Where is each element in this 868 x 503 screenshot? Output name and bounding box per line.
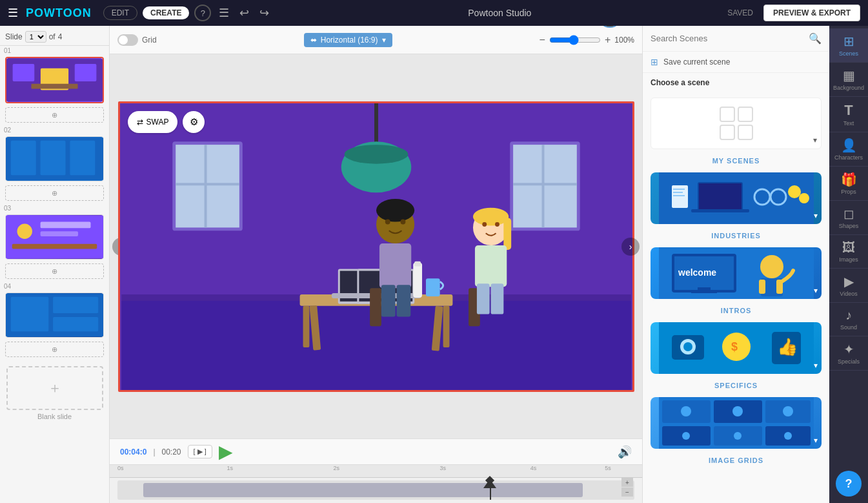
slide-add-btn-1[interactable]: ⊕ [5, 107, 104, 123]
choose-scene-label: Choose a scene [643, 73, 829, 92]
svg-rect-98 [759, 280, 765, 294]
slide-thumb-1[interactable] [5, 57, 104, 103]
svg-point-119 [734, 432, 742, 440]
svg-point-117 [783, 406, 793, 416]
timeline-zoom-out[interactable]: − [621, 488, 633, 497]
help-button[interactable]: ? [194, 5, 211, 21]
image-grids-label: IMAGE GRIDS [643, 454, 829, 469]
slide-add-btn-2[interactable]: ⊕ [5, 185, 104, 201]
scene-category-image-grids[interactable]: ▾ [651, 397, 822, 449]
create-button[interactable]: CREATE [143, 6, 189, 19]
svg-rect-63 [474, 245, 506, 287]
slide-number-select[interactable]: 1234 [25, 31, 46, 43]
slide-number-3: 03 [0, 203, 109, 213]
sound-tool-label: Sound [840, 324, 857, 331]
svg-point-88 [788, 185, 801, 198]
images-tool-icon: 🖼 [842, 240, 855, 255]
tool-characters[interactable]: 👤 Characters [829, 132, 868, 167]
svg-point-116 [732, 406, 743, 416]
save-scene-row[interactable]: ⊞ Save current scene [643, 52, 829, 73]
grid-toggle[interactable]: Grid [117, 34, 157, 46]
tool-images[interactable]: 🖼 Images [829, 235, 868, 269]
zoom-out-button[interactable]: − [540, 34, 545, 46]
slide-label: Slide [5, 32, 23, 41]
timeline-track[interactable] [117, 480, 634, 500]
slide-thumb-3[interactable] [5, 214, 104, 260]
characters-tool-icon: 👤 [841, 138, 857, 153]
canvas-nav-right[interactable]: › [621, 238, 640, 256]
svg-rect-79 [699, 183, 742, 209]
canvas-wrapper: ‹ [110, 54, 642, 438]
tool-props[interactable]: 🎁 Props [829, 167, 868, 201]
shapes-tool-label: Shapes [839, 223, 859, 229]
slide-thumb-2[interactable] [5, 136, 104, 181]
slide-row-3: 03 ⊕ [0, 203, 109, 282]
svg-rect-8 [70, 141, 95, 176]
edit-button[interactable]: EDIT [103, 6, 137, 20]
svg-rect-86 [673, 192, 683, 193]
timeline-zoom-in[interactable]: + [621, 478, 633, 487]
svg-rect-3 [75, 64, 97, 81]
template-icon[interactable]: ☰ [216, 6, 232, 20]
canvas-toolbar: Grid ⬌ Horizontal (16:9) ▾ − + 100% [110, 26, 642, 54]
main-layout: Slide 1234 of 4 01 [0, 26, 868, 503]
slide-add-btn-4[interactable]: ⊕ [5, 342, 104, 357]
slide-number-1: 01 [0, 46, 109, 56]
timeline: 0s 1s 2s 3s 4s 5s ⬜ [110, 464, 642, 503]
zoom-slider[interactable] [549, 35, 601, 45]
svg-rect-4 [31, 84, 77, 89]
play-button[interactable]: ▶ [219, 441, 233, 462]
background-tool-label: Background [833, 85, 864, 91]
svg-rect-74 [738, 107, 752, 121]
redo-icon[interactable]: ↪ [257, 6, 272, 20]
svg-rect-73 [720, 107, 734, 121]
blank-slide-area[interactable]: ＋ Blank slide [0, 360, 109, 427]
specifics-label: SPECIFICS [643, 379, 829, 395]
volume-icon[interactable]: 🔊 [618, 445, 632, 459]
zoom-in-button[interactable]: + [605, 34, 611, 46]
help-circle-button[interactable]: ? [836, 471, 862, 497]
preview-export-button[interactable]: PREVIEW & EXPORT [763, 5, 860, 21]
scenes-search: 🔍 [643, 26, 829, 52]
swap-button[interactable]: ⇄ SWAP [128, 111, 178, 133]
current-time: 00:04:0 [120, 447, 146, 457]
svg-rect-15 [11, 297, 48, 332]
svg-point-67 [495, 222, 500, 227]
slide-thumb-4[interactable] [5, 293, 104, 338]
scene-category-intros[interactable]: welcome ▾ [651, 247, 822, 299]
svg-rect-13 [12, 244, 97, 249]
tool-shapes[interactable]: ◻ Shapes [829, 201, 868, 235]
save-scene-label: Save current scene [663, 57, 730, 67]
tool-scenes[interactable]: ⊞ Scenes [829, 28, 868, 63]
tool-background[interactable]: ▦ Background [829, 63, 868, 97]
svg-point-59 [400, 219, 405, 224]
slide-add-btn-3[interactable]: ⊕ [5, 263, 104, 279]
sound-tool-icon: ♪ [845, 308, 852, 323]
frame-step-button[interactable]: [ ▶ ] [188, 445, 212, 458]
tool-text[interactable]: T Text [829, 97, 868, 132]
svg-rect-27 [541, 145, 544, 227]
timeline-zoom: + − [621, 478, 633, 497]
search-button[interactable]: 🔍 [809, 32, 822, 45]
specials-tool-icon: ✦ [843, 342, 854, 357]
text-tool-icon: T [844, 102, 853, 119]
scenes-search-input[interactable] [651, 34, 803, 43]
orientation-button[interactable]: ⬌ Horizontal (16:9) ▾ [304, 33, 392, 47]
svg-rect-51 [370, 288, 381, 326]
undo-icon[interactable]: ↩ [237, 6, 252, 20]
app-logo: POWTOON [26, 6, 92, 20]
help-circle-area: ? [836, 464, 862, 503]
slides-panel: Slide 1234 of 4 01 [0, 26, 110, 503]
scene-category-specifics[interactable]: $ 👍 ▾ [651, 322, 822, 374]
svg-rect-35 [303, 305, 309, 347]
svg-rect-64 [476, 283, 489, 314]
svg-rect-85 [673, 189, 685, 190]
canvas-frame[interactable]: ⇄ SWAP ⚙ [118, 101, 634, 392]
hamburger-icon[interactable]: ☰ [8, 6, 18, 20]
svg-rect-1 [13, 64, 35, 81]
tool-specials[interactable]: ✦ Specials [829, 336, 868, 371]
settings-button[interactable]: ⚙ [183, 111, 205, 133]
scene-category-industries[interactable]: ▾ [651, 172, 822, 224]
tool-videos[interactable]: ▶ Videos [829, 269, 868, 303]
tool-sound[interactable]: ♪ Sound [829, 303, 868, 336]
